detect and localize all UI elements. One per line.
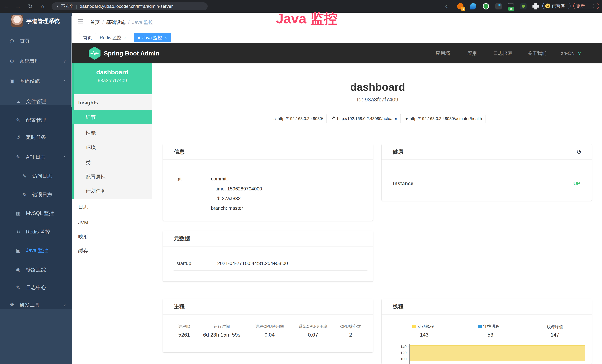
paused-badge[interactable]: 已暂停 [542,3,570,9]
extension-icon[interactable] [495,3,502,10]
sidebar-item-redis-monitor[interactable]: ≋ Redis 监控 [0,224,72,239]
tab-java-monitor[interactable]: Java 监控 × [134,33,171,42]
sidebar-item-access-logs[interactable]: ✎ 访问日志 [0,169,72,183]
extension-icon[interactable] [470,3,476,10]
sba-menu-logs[interactable]: 日志 [72,200,152,214]
sidebar-item-tracing[interactable]: ◉ 链路追踪 [0,262,72,277]
extension-icon[interactable] [483,3,489,10]
sidebar-toggle-icon[interactable]: ☰ [77,18,83,26]
sidebar-item-label: 研发工具 [20,302,40,308]
y-axis-tick-label: 100 [396,357,407,361]
process-col-header: CPU核心数 [340,324,361,329]
sidebar-item-log-center[interactable]: ✎ 日志中心 [0,280,72,295]
actuator-url-link[interactable]: http://192.168.0.2:48080/actuator [328,114,401,123]
panel-title: 线程 [393,303,403,310]
health-panel: 健康 ↺ Instance UP [382,144,592,201]
info-line: commit: [211,176,228,182]
sidebar-item-api-logs[interactable]: ✎ API 日志 ∧ [0,150,72,164]
metadata-row-value: 2021-04-27T00:44:31.254+08:00 [217,260,288,266]
sba-menu-jvm[interactable]: JVM [72,215,152,230]
sba-menu-classes[interactable]: 类 [72,156,152,170]
sidebar-scrollbar[interactable] [71,16,72,107]
sba-nav-applications[interactable]: 应用 [467,43,477,64]
sba-menu-config-props[interactable]: 配置属性 [72,170,152,184]
toolbox-icon: ⚒ [8,302,16,308]
metadata-panel-header: 元数据 [163,231,373,246]
sidebar-item-scheduled-jobs[interactable]: ↺ 定时任务 [0,130,72,145]
sidebar-item-error-logs[interactable]: ✎ 错误日志 [0,187,72,202]
browser-forward-icon[interactable]: → [13,0,23,13]
locale-caret-down-icon: ∨ [578,51,581,56]
extensions-puzzle-icon[interactable] [532,3,539,10]
sidebar-item-label: 首页 [20,37,30,44]
sba-menu-details[interactable]: 细节 [72,110,152,124]
sba-menu-scheduled-tasks[interactable]: 计划任务 [72,184,152,198]
health-url-link[interactable]: ♥ http://192.168.0.2:48080/actuator/heal… [402,114,485,123]
process-value: 5261 [178,332,190,338]
sidebar-item-infrastructure[interactable]: ▣ 基础设施 ∧ [0,74,72,88]
tabs-bar: 首页 Redis 监控 × Java 监控 × [72,32,602,43]
health-history-icon[interactable]: ↺ [576,148,582,156]
y-axis-tick [408,347,409,347]
browser-back-icon[interactable]: ← [1,0,11,13]
tab-close-icon[interactable]: × [124,35,126,40]
sidebar-item-label: 配置管理 [26,117,46,124]
sba-brand[interactable]: Spring Boot Admin [104,50,159,57]
sidebar-item-label: API 日志 [26,154,45,161]
monitor-icon: ▣ [8,78,16,84]
address-bar[interactable]: ▲ 不安全 | dashboard.yudao.iocoder.cn/infra… [52,2,208,10]
threads-value: 143 [420,332,429,338]
sba-menu-metrics[interactable]: 性能 [72,126,152,140]
health-instance-label[interactable]: Instance [393,181,413,187]
legend-swatch-yellow [412,325,416,328]
sidebar-item-label: Java 监控 [26,247,48,254]
service-url-link[interactable]: ⌂ http://192.168.0.2:48080/ [270,114,326,123]
browser-menu-kebab-icon[interactable]: ⋮ [591,3,596,9]
breadcrumb-item[interactable]: 首页 [90,19,100,26]
page-url[interactable]: dashboard.yudao.iocoder.cn/infra/admin-s… [80,4,173,9]
tab-redis-monitor[interactable]: Redis 监控 × [96,33,130,42]
sba-nav-wallboard[interactable]: 应用墙 [436,43,450,64]
browser-home-icon[interactable]: ⌂ [38,0,47,13]
update-button[interactable]: 更新 ⋮ [573,3,599,9]
tab-close-icon[interactable]: × [164,35,167,40]
sidebar-item-config-mgmt[interactable]: ✎ 配置管理 [0,113,72,128]
instance-id-label: Id: 93a3fc7f7409 [357,96,398,103]
sba-instance-header[interactable]: dashboard 93a3fc7f7409 [72,64,152,94]
sba-nav-journal[interactable]: 日志报表 [493,43,512,64]
link-url: http://192.168.0.2:48080/actuator [337,116,397,121]
metadata-panel: 元数据 startup 2021-04-27T00:44:31.254+08:0… [163,231,373,281]
app-logo-avatar [11,15,23,27]
tab-home[interactable]: 首页 [79,33,96,42]
process-value: 0.04 [265,332,275,338]
sba-instance-id: 93a3fc7f7409 [72,78,152,84]
sidebar-item-dev-tools[interactable]: ⚒ 研发工具 ∨ [0,298,72,312]
sidebar-item-file-mgmt[interactable]: ☁ 文件管理 [0,94,72,109]
sidebar-item-label: 基础设施 [20,78,40,84]
sba-menu-mappings[interactable]: 映射 [72,230,152,244]
emoji-face-icon [545,3,550,8]
sidebar-item-home[interactable]: ◷ 首页 [0,33,72,48]
sba-nav-about[interactable]: 关于我们 [527,43,547,64]
extension-on-badge: on [508,7,514,11]
sba-menu-environment[interactable]: 环境 [72,141,152,155]
breadcrumb-item-current: Java 监控 [132,19,153,26]
legend-peak-threads: 线程峰值 [547,324,563,330]
sba-locale-select[interactable]: zh-CN ∨ [561,43,581,64]
sidebar-item-label: MySQL 监控 [26,210,54,217]
sba-navbar: Spring Boot Admin 应用墙 应用 日志报表 关于我们 zh-CN… [72,43,602,64]
sidebar-item-system-mgmt[interactable]: ⚙ 系统管理 ∨ [0,54,72,69]
browser-reload-icon[interactable]: ↻ [26,0,35,13]
sidebar-item-java-monitor[interactable]: ▣ Java 监控 [0,243,72,258]
extension-badge: 1 [461,7,465,11]
sidebar-item-mysql-monitor[interactable]: ▦ MySQL 监控 [0,206,72,221]
extension-icon[interactable] [520,3,527,10]
panel-title: 健康 [393,148,403,156]
process-col-header: 进程ID [178,324,190,329]
process-panel: 进程 进程ID 运行时间 进程CPU使用率 系统CPU使用率 CPU核心数 52… [163,299,373,352]
breadcrumb-item[interactable]: 基础设施 [106,19,126,26]
security-label[interactable]: 不安全 [61,3,74,9]
chevron-up-icon: ∧ [63,155,66,160]
bookmark-star-icon[interactable]: ☆ [442,0,452,13]
sba-menu-caches[interactable]: 缓存 [72,244,152,258]
